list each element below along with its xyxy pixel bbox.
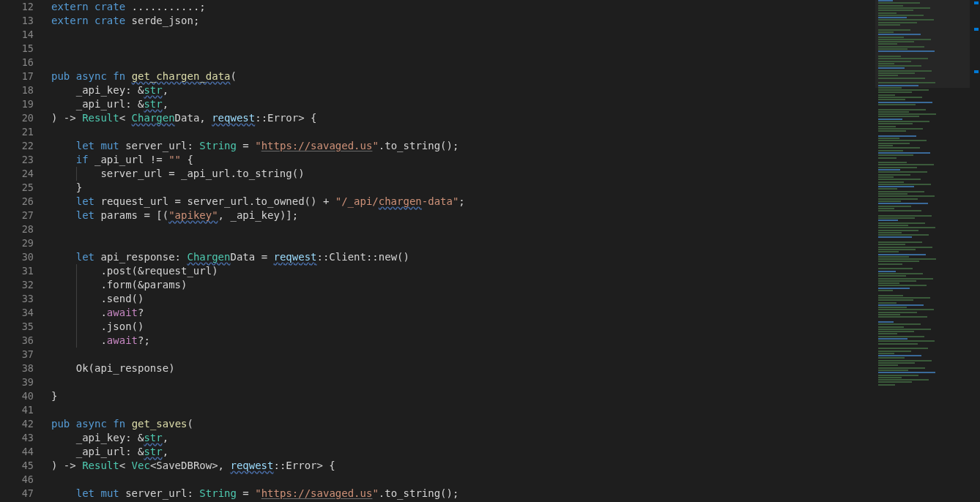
minimap-line <box>878 138 899 139</box>
code-line[interactable]: .await? <box>51 306 875 320</box>
minimap-line <box>878 31 894 33</box>
minimap-line <box>878 61 911 62</box>
code-line[interactable] <box>51 125 875 139</box>
minimap-line <box>878 381 912 383</box>
minimap-line <box>878 331 914 332</box>
minimap-line <box>878 94 895 96</box>
code-line[interactable]: ) -> Result< Vec<SaveDBRow>, reqwest::Er… <box>51 459 875 473</box>
minimap-line <box>878 133 933 135</box>
code-line[interactable] <box>51 236 875 250</box>
code-line[interactable]: .json() <box>51 320 875 334</box>
code-line[interactable]: let request_url = server_url.to_owned() … <box>51 195 875 209</box>
minimap-line <box>878 379 929 381</box>
line-number: 44 <box>0 445 34 459</box>
overview-ruler[interactable] <box>970 0 980 502</box>
minimap-line <box>878 29 910 31</box>
line-number: 24 <box>0 167 34 181</box>
code-line[interactable]: let mut server_url: String = "https://sa… <box>51 139 875 153</box>
code-line[interactable]: extern crate ...........; <box>51 0 875 14</box>
code-line[interactable]: let api_response: ChargenData = reqwest:… <box>51 250 875 264</box>
minimap-line <box>878 336 924 337</box>
code-line[interactable]: extern crate serde_json; <box>51 14 875 28</box>
minimap-line <box>878 140 927 141</box>
code-line[interactable]: .form(&params) <box>51 278 875 292</box>
code-line[interactable] <box>51 42 875 56</box>
minimap-line <box>878 282 899 284</box>
line-number: 35 <box>0 320 34 334</box>
code-line[interactable]: .await?; <box>51 334 875 348</box>
code-line[interactable]: ) -> Result< ChargenData, reqwest::Error… <box>51 111 875 125</box>
minimap-line <box>878 102 932 103</box>
code-line[interactable]: _api_url: &str, <box>51 445 875 459</box>
overview-mark[interactable] <box>974 70 979 73</box>
code-line[interactable]: pub async fn get_saves( <box>51 417 875 431</box>
minimap-line <box>878 362 915 364</box>
minimap-line <box>878 10 913 11</box>
minimap-line <box>878 43 897 45</box>
code-line[interactable]: _api_url: &str, <box>51 97 875 111</box>
minimap-line <box>878 273 923 274</box>
minimap-line <box>878 34 921 35</box>
code-line[interactable]: _api_key: &str, <box>51 431 875 445</box>
minimap-line <box>878 351 911 352</box>
minimap-line <box>878 70 932 72</box>
minimap-line <box>878 41 914 42</box>
code-line[interactable]: _api_key: &str, <box>51 83 875 97</box>
minimap-line <box>878 319 910 321</box>
code-line[interactable] <box>51 473 875 487</box>
minimap-line <box>878 191 924 192</box>
code-line[interactable] <box>51 56 875 70</box>
code-line[interactable]: server_url = _api_url.to_string() <box>51 167 875 181</box>
minimap-line <box>878 360 932 361</box>
line-number: 41 <box>0 403 34 417</box>
code-line[interactable]: } <box>51 181 875 195</box>
editor-code-area[interactable]: extern crate ...........;extern crate se… <box>44 0 875 502</box>
minimap-line <box>878 143 910 144</box>
code-line[interactable]: .post(&request_url) <box>51 264 875 278</box>
code-line[interactable] <box>51 222 875 236</box>
code-line[interactable] <box>51 403 875 417</box>
line-number: 30 <box>0 250 34 264</box>
code-line[interactable] <box>51 28 875 42</box>
minimap-line <box>878 89 929 91</box>
minimap-line <box>878 241 922 243</box>
code-line[interactable]: } <box>51 389 875 403</box>
code-line[interactable] <box>51 375 875 389</box>
minimap-line <box>878 217 915 219</box>
minimap-line <box>878 314 900 315</box>
line-number: 25 <box>0 181 34 195</box>
line-number: 39 <box>0 375 34 389</box>
line-number: 38 <box>0 361 34 375</box>
overview-mark[interactable] <box>974 28 979 31</box>
minimap-line <box>878 215 932 217</box>
minimap-line <box>878 353 894 354</box>
minimap-line <box>878 19 934 20</box>
overview-mark[interactable] <box>974 1 979 4</box>
minimap-line <box>878 171 927 173</box>
code-line[interactable]: Ok(api_response) <box>51 361 875 375</box>
minimap-line <box>878 210 921 211</box>
minimap-line <box>878 160 924 161</box>
minimap-line <box>878 307 907 308</box>
code-line[interactable]: if _api_url != "" { <box>51 153 875 167</box>
minimap-line <box>878 345 901 347</box>
code-line[interactable]: pub async fn get_chargen_data( <box>51 70 875 83</box>
minimap-line <box>878 12 897 14</box>
minimap-line <box>878 135 916 137</box>
minimap-line <box>878 154 913 156</box>
minimap-line <box>878 364 898 366</box>
minimap-line <box>878 367 925 369</box>
minimap-line <box>878 130 906 132</box>
minimap-line <box>878 309 934 310</box>
minimap-line <box>878 340 935 342</box>
code-line[interactable]: let mut server_url: String = "https://sa… <box>51 487 875 501</box>
minimap[interactable] <box>875 0 970 502</box>
code-line[interactable] <box>51 348 875 361</box>
minimap-line <box>878 239 895 241</box>
minimap-line <box>878 106 899 108</box>
minimap-line <box>878 275 906 277</box>
code-line[interactable]: let params = [("apikey", _api_key)]; <box>51 209 875 222</box>
code-line[interactable]: .send() <box>51 292 875 306</box>
minimap-line <box>878 39 931 40</box>
minimap-line <box>878 348 928 349</box>
